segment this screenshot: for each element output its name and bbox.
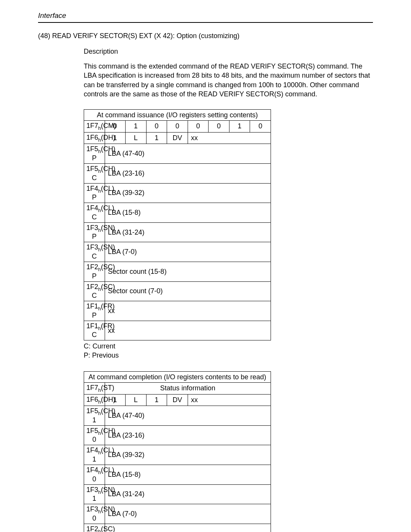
table-row-reg: 1F3h(SN) 1 — [84, 484, 105, 504]
issuance-table: At command issuance (I/O registers setti… — [84, 109, 271, 340]
table-row-reg: 1F2h(SC) P — [84, 262, 105, 281]
table-row-reg: 1F5h(CH) C — [84, 163, 105, 183]
table-row-reg: 1F2h(SC) 1 — [84, 524, 105, 532]
table1-notes: C: Current P: Previous — [84, 342, 373, 360]
reg-1f6-dh-2: 1F6h(DH) — [84, 394, 105, 406]
table-row-value: LBA (15-8) — [105, 203, 271, 223]
table-row-reg: 1F5h(CH) 1 — [84, 406, 105, 426]
table-row-reg: 1F4h(CL) 1 — [84, 445, 105, 465]
table-row-reg: 1F1h(FR) C — [84, 321, 105, 340]
table-row-reg: 1F5h(CH) P — [84, 144, 105, 164]
table2-title: At command completion (I/O registers con… — [84, 372, 271, 383]
table-row-value: xx — [105, 301, 271, 321]
table-row-value: xx — [105, 321, 271, 340]
table-row-reg: 1F1h(FR) P — [84, 301, 105, 321]
description-body: This command is the extended command of … — [84, 62, 373, 99]
table-row-value: LBA (47-40) — [105, 144, 271, 164]
completion-table: At command completion (I/O registers con… — [84, 371, 271, 532]
table-row-value: LBA (7-0) — [105, 242, 271, 262]
table-row-reg: 1F4h(CL) 0 — [84, 465, 105, 485]
table-row-value: LBA (23-16) — [105, 425, 271, 445]
table-row-reg: 1F5h(CH) 0 — [84, 425, 105, 445]
reg-1f7-cm: 1F7h(CM) — [84, 121, 105, 133]
table-row-value: LBA (47-40) — [105, 406, 271, 426]
table-row-value: LBA (31-24) — [105, 222, 271, 242]
table-row-value: Sector count (15-8) — [105, 262, 271, 281]
table-row-value: LBA (39-32) — [105, 445, 271, 465]
table-row-reg: 1F3h(SN) C — [84, 242, 105, 262]
table-row-value: LBA (7-0) — [105, 504, 271, 524]
table-row-value: LBA (39-32) — [105, 183, 271, 203]
table-row-reg: 1F2h(SC) C — [84, 281, 105, 301]
table-row-value: LBA (23-16) — [105, 163, 271, 183]
command-title: (48) READ VERIFY SECTOR(S) EXT (X 42): O… — [38, 32, 373, 40]
table1-title: At command issuance (I/O registers setti… — [84, 110, 271, 121]
reg-1f7-st: 1F7h(ST) — [84, 383, 105, 395]
table-row-reg: 1F3h(SN) 0 — [84, 504, 105, 524]
table-row-value: xx — [105, 524, 271, 532]
table-row-reg: 1F4h(CL) C — [84, 203, 105, 223]
table-row-value: LBA (15-8) — [105, 465, 271, 485]
reg-1f6-dh: 1F6h(DH) — [84, 132, 105, 144]
table-row-value: LBA (31-24) — [105, 484, 271, 504]
table-row-reg: 1F3h(SN) P — [84, 222, 105, 242]
table-row-value: Sector count (7-0) — [105, 281, 271, 301]
page-header: Interface — [38, 11, 373, 23]
table-row-reg: 1F4h(CL) P — [84, 183, 105, 203]
description-heading: Description — [84, 48, 373, 56]
